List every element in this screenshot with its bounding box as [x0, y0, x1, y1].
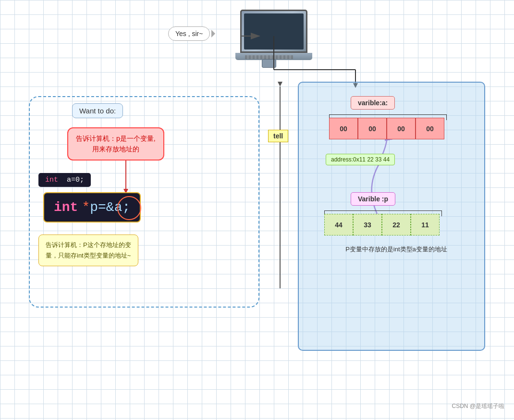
red-box-line1: 告诉计算机：p是一个变量,	[76, 133, 156, 144]
red-box-line2: 用来存放地址的	[76, 144, 156, 154]
mem-cell-a-0: 00	[329, 118, 358, 139]
varible-p-text: Varible :p	[358, 195, 388, 203]
want-to-do-label: Want to do:	[79, 107, 116, 115]
code-int-keyword: int	[54, 200, 78, 215]
speech-bubble: Yes , sir~	[168, 26, 210, 41]
mem-cell-p-0: 44	[324, 214, 353, 235]
p-description: P变量中存放的是int类型a变量的地址	[310, 245, 483, 254]
mem-cell-p-1: 33	[353, 214, 382, 235]
laptop-icon	[235, 10, 312, 67]
svg-marker-6	[278, 82, 282, 86]
address-box: address:0x11 22 33 44	[326, 154, 395, 165]
mem-cell-p-3: 11	[411, 214, 440, 235]
mem-cells-a: 00 00 00 00	[329, 118, 444, 139]
mem-cell-a-1: 00	[358, 118, 387, 139]
yellow-note-line1: 告诉计算机：P这个存地址的变	[46, 240, 131, 250]
code-line-a: int a=0;	[38, 173, 91, 187]
address-text: address:0x11 22 33 44	[331, 156, 390, 163]
mem-cells-p: 44 33 22 11	[324, 214, 440, 235]
mem-cell-a-3: 00	[416, 118, 444, 139]
tell-text: tell	[273, 132, 283, 140]
varible-a-label: varible:a:	[351, 96, 395, 110]
varible-a-text: varible:a:	[358, 99, 388, 107]
circle-star	[117, 196, 141, 220]
csdn-label: CSDN @是瑶瑶子啦	[452, 402, 504, 410]
mem-cell-a-2: 00	[387, 118, 416, 139]
mem-cell-p-2: 22	[382, 214, 411, 235]
speech-bubble-text: Yes , sir~	[175, 30, 203, 37]
p-description-text: P变量中存放的是int类型a变量的地址	[345, 246, 447, 253]
yellow-note-box: 告诉计算机：P这个存地址的变 量，只能存int类型变量的地址~	[38, 235, 138, 266]
tell-label: tell	[268, 130, 288, 142]
want-to-do-box: Want to do:	[72, 103, 123, 118]
red-warning-box: 告诉计算机：p是一个变量, 用来存放地址的	[67, 127, 164, 161]
yellow-note-line2: 量，只能存int类型变量的地址~	[46, 250, 131, 261]
csdn-text: CSDN @是瑶瑶子啦	[452, 403, 504, 409]
varible-p-label: Varible :p	[351, 192, 395, 206]
